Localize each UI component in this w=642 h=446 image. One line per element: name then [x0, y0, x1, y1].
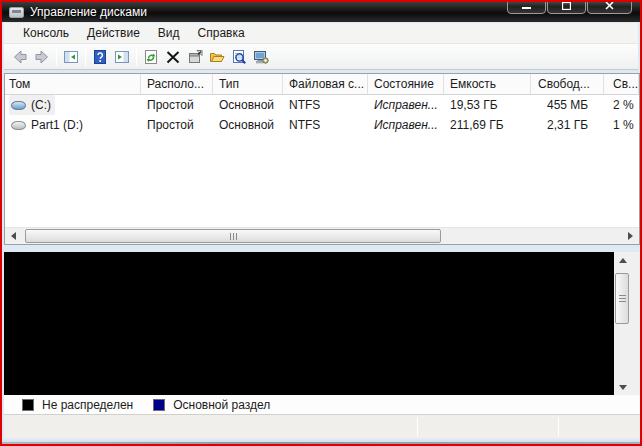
volume-free: 455 МБ [531, 95, 604, 115]
status-bar-separator [417, 417, 418, 436]
volume-free-pct: 2 % [604, 95, 639, 115]
volume-list: Том Располо... Тип Файловая с... Состоян… [4, 73, 640, 245]
minimize-button[interactable] [507, 0, 546, 14]
menu-help[interactable]: Справка [189, 24, 254, 42]
volume-row-d[interactable]: Part1 (D:) Простой Основной NTFS Исправе… [5, 115, 639, 135]
volume-type: Основной [213, 95, 283, 115]
show-action-pane-icon[interactable] [111, 46, 133, 67]
column-header-type[interactable]: Тип [213, 74, 283, 94]
minimize-icon [522, 7, 531, 10]
maximize-icon [562, 2, 571, 10]
maximize-button[interactable] [547, 0, 586, 14]
close-button[interactable] [587, 0, 632, 14]
menu-console[interactable]: Консоль [14, 24, 78, 42]
volume-name-cell: (C:) [5, 95, 141, 115]
column-header-free[interactable]: Свобод... [531, 74, 604, 94]
legend-primary-partition-label: Основной раздел [173, 398, 270, 412]
open-folder-icon[interactable] [206, 46, 228, 67]
manage-computer-icon[interactable] [250, 46, 272, 67]
toolbar-separator [85, 48, 86, 66]
refresh-icon[interactable] [140, 46, 162, 67]
column-header-volume[interactable]: Том [5, 74, 141, 94]
show-console-tree-icon[interactable] [60, 46, 82, 67]
close-icon [605, 1, 614, 10]
back-icon[interactable] [9, 46, 31, 67]
delete-icon[interactable] [162, 46, 184, 67]
vertical-scrollbar-thumb[interactable] [615, 273, 629, 324]
arrow-left-icon [11, 232, 16, 240]
arrow-up-icon [619, 258, 627, 263]
volume-filesystem: NTFS [283, 115, 368, 135]
menu-view[interactable]: Вид [149, 24, 189, 42]
disk-volume-icon [11, 121, 26, 130]
volume-layout: Простой [141, 115, 213, 135]
menu-action[interactable]: Действие [78, 24, 149, 42]
window-title: Управление дисками [30, 5, 147, 19]
taskbar-sliver [2, 442, 640, 444]
volume-layout: Простой [141, 95, 213, 115]
vertical-scrollbar[interactable] [614, 252, 631, 395]
horizontal-scrollbar[interactable] [5, 227, 639, 244]
disk-map-pane [4, 252, 640, 395]
help-icon[interactable] [89, 46, 111, 67]
disk-management-window: Управление дисками Консоль Действие Вид … [0, 0, 642, 446]
arrow-right-icon [628, 232, 633, 240]
volume-filesystem: NTFS [283, 95, 368, 115]
volume-free-pct: 1 % [604, 115, 639, 135]
console-window-icon [9, 7, 24, 18]
volume-name: (C:) [31, 95, 51, 115]
menu-bar: Консоль Действие Вид Справка [4, 23, 638, 43]
legend-unallocated-swatch [22, 399, 34, 411]
column-header-free-pct[interactable]: Св... [604, 74, 639, 94]
status-bar-separator [558, 417, 559, 436]
legend-bar: Не распределен Основной раздел [4, 395, 640, 414]
status-bar [4, 414, 640, 438]
volume-type: Основной [213, 115, 283, 135]
volume-capacity: 19,53 ГБ [444, 95, 531, 115]
disk-map-black-area[interactable] [4, 252, 614, 395]
volume-status: Исправен... [368, 95, 444, 115]
column-header-filesystem[interactable]: Файловая с... [283, 74, 368, 94]
scroll-down-button[interactable] [614, 379, 631, 395]
volume-status: Исправен... [368, 115, 444, 135]
arrow-down-icon [619, 385, 627, 390]
volume-name-cell: Part1 (D:) [5, 115, 141, 135]
toolbar-separator [56, 48, 57, 66]
legend-unallocated-label: Не распределен [42, 398, 133, 412]
window-controls [506, 0, 632, 14]
properties-icon[interactable] [184, 46, 206, 67]
disk-volume-icon [11, 101, 26, 110]
column-header-capacity[interactable]: Емкость [444, 74, 531, 94]
search-icon[interactable] [228, 46, 250, 67]
volume-capacity: 211,69 ГБ [444, 115, 531, 135]
toolbar-separator [136, 48, 137, 66]
column-header-layout[interactable]: Располо... [141, 74, 213, 94]
forward-icon[interactable] [31, 46, 53, 67]
volume-free: 2,31 ГБ [531, 115, 604, 135]
legend-primary-partition-swatch [153, 399, 165, 411]
volume-name: Part1 (D:) [31, 115, 83, 135]
scroll-right-button[interactable] [622, 228, 639, 244]
toolbar [4, 43, 638, 70]
column-header-status[interactable]: Состояние [368, 74, 444, 94]
volume-row-c[interactable]: (C:) Простой Основной NTFS Исправен... 1… [5, 95, 639, 115]
horizontal-scrollbar-thumb[interactable] [25, 229, 441, 243]
scroll-up-button[interactable] [614, 252, 631, 268]
list-header-row: Том Располо... Тип Файловая с... Состоян… [5, 74, 639, 95]
scroll-left-button[interactable] [5, 228, 22, 244]
